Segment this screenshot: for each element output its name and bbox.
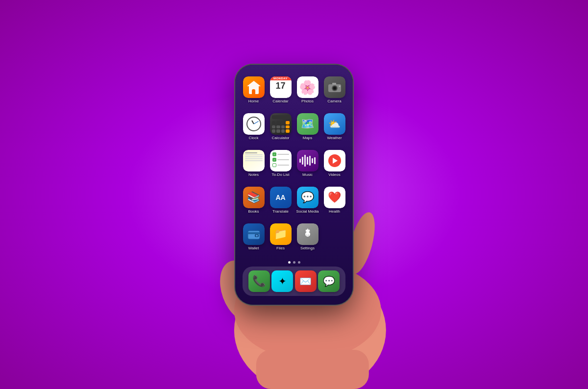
app-books[interactable]: 📚 Books	[242, 187, 265, 219]
page-dots	[288, 261, 300, 264]
dot-2[interactable]	[298, 261, 300, 264]
app-calendar-label: Calendar	[272, 99, 288, 104]
app-camera-label: Camera	[327, 99, 341, 104]
svg-rect-12	[332, 83, 336, 85]
dock-tips[interactable]: ✦	[271, 270, 293, 292]
app-weather[interactable]: ⛅ Weather	[323, 113, 346, 146]
app-notes[interactable]: Notes	[242, 150, 265, 183]
phone-screen: Home MONDAY 17 Calendar	[235, 65, 353, 305]
svg-point-13	[339, 86, 340, 87]
dock-messages[interactable]: 💬	[318, 270, 340, 292]
app-calculator[interactable]: Calculator	[269, 113, 292, 146]
app-files[interactable]: 📁 Files	[269, 223, 292, 256]
app-settings-label: Settings	[300, 246, 315, 251]
app-music-label: Music	[302, 173, 313, 177]
app-photos[interactable]: 🌸 Photos	[296, 76, 319, 109]
app-camera[interactable]: Camera	[323, 76, 346, 109]
app-maps[interactable]: 🗺️ Maps	[296, 113, 319, 146]
app-videos-label: Videos	[328, 173, 340, 177]
app-translate[interactable]: AA Translate	[269, 187, 292, 219]
app-calculator-label: Calculator	[271, 136, 289, 141]
dot-0[interactable]	[288, 261, 291, 264]
svg-point-11	[334, 87, 336, 89]
app-wallet-label: Wallet	[248, 246, 259, 251]
app-social[interactable]: 💬 Social Media	[296, 187, 319, 219]
dot-1[interactable]	[293, 261, 295, 264]
app-home-label: Home	[248, 99, 259, 104]
app-social-label: Social Media	[296, 210, 319, 214]
app-music[interactable]: Music	[296, 150, 319, 183]
app-calendar[interactable]: MONDAY 17 Calendar	[269, 76, 292, 109]
app-maps-label: Maps	[303, 136, 313, 141]
app-videos[interactable]: Videos	[323, 150, 346, 183]
app-photos-label: Photos	[301, 99, 314, 104]
calendar-month: MONDAY	[270, 76, 292, 80]
app-notes-label: Notes	[248, 173, 259, 177]
app-wallet[interactable]: Wallet	[242, 223, 265, 256]
app-weather-label: Weather	[327, 136, 342, 141]
calendar-date: 17	[275, 81, 285, 90]
svg-rect-15	[248, 232, 260, 234]
app-books-label: Books	[248, 210, 259, 214]
app-home[interactable]: Home	[242, 76, 265, 109]
apps-grid: Home MONDAY 17 Calendar	[240, 74, 348, 258]
dock-phone[interactable]: 📞	[248, 270, 270, 292]
app-files-label: Files	[276, 246, 285, 251]
app-clock[interactable]: Clock	[242, 113, 265, 146]
app-settings[interactable]: Settings	[296, 223, 319, 256]
app-health[interactable]: ❤️ Health	[323, 187, 346, 219]
app-todo[interactable]: ✓ ✓	[269, 150, 292, 183]
app-todo-label: To-Do List	[271, 173, 289, 177]
app-translate-label: Translate	[272, 210, 289, 214]
dock: 📞 ✦ ✉️ 💬	[243, 267, 345, 296]
svg-point-17	[256, 235, 258, 237]
scene: Home MONDAY 17 Calendar	[0, 0, 588, 389]
phone: Home MONDAY 17 Calendar	[235, 65, 353, 305]
svg-rect-7	[256, 350, 369, 389]
dock-mail[interactable]: ✉️	[295, 270, 317, 292]
app-health-label: Health	[329, 210, 340, 214]
app-clock-label: Clock	[248, 136, 258, 141]
